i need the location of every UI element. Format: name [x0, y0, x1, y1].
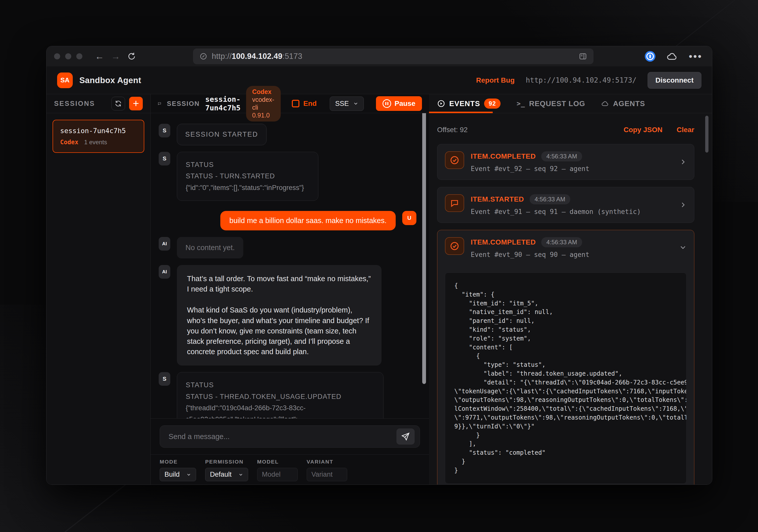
user-avatar: U	[402, 211, 416, 225]
event-summary: Event #evt_92 — seq 92 — agent	[471, 165, 673, 173]
report-bug-link[interactable]: Report Bug	[476, 76, 514, 84]
pause-icon	[383, 99, 391, 108]
sessions-sidebar: SESSIONS + session-7un4c7h5 Codex 1 even…	[47, 94, 151, 484]
end-checkbox-label[interactable]: End	[303, 100, 317, 108]
ai-message-bubble: That’s a tall order. To move fast and “m…	[177, 265, 382, 366]
session-header: SESSION session-7un4c7h5 Codex vcodex-cl…	[151, 94, 429, 113]
pause-button[interactable]: Pause	[376, 96, 422, 111]
message-input-placeholder: Send a message...	[168, 432, 396, 441]
permission-select[interactable]: Default	[205, 468, 248, 481]
session-label: SESSION	[167, 100, 200, 108]
session-started-box: SESSION STARTED	[177, 124, 266, 145]
transport-select[interactable]: SSE	[330, 96, 363, 111]
system-avatar: S	[159, 372, 170, 386]
send-icon	[401, 432, 410, 441]
play-circle-icon	[437, 100, 445, 108]
events-panel: EVENTS 92 >_ REQUEST LOG AGENTS Offse	[429, 94, 712, 484]
overflow-menu-icon[interactable]: •••	[689, 54, 703, 59]
browser-toolbar: ← → http://100.94.102.49:5173 •••	[47, 46, 712, 66]
address-bar[interactable]: http://100.94.102.49:5173	[193, 49, 594, 64]
back-button[interactable]: ←	[91, 52, 108, 61]
app-title: Sandbox Agent	[79, 76, 141, 85]
chevron-right-icon[interactable]	[679, 158, 686, 165]
event-card[interactable]: ITEM.STARTED 4:56:33 AM Event #evt_91 — …	[437, 187, 694, 223]
event-type: ITEM.COMPLETED	[471, 152, 536, 160]
event-time: 4:56:33 AM	[541, 151, 582, 161]
clear-button[interactable]: Clear	[677, 126, 694, 134]
site-link-icon	[200, 52, 207, 60]
send-button[interactable]	[396, 428, 415, 445]
status-token-usage-box: STATUS STATUS - THREAD.TOKEN_USAGE.UPDAT…	[177, 372, 384, 418]
chat-scrollbar[interactable]	[422, 113, 426, 384]
event-type: ITEM.STARTED	[471, 195, 524, 203]
terminal-icon: >_	[517, 100, 525, 107]
event-card-expanded[interactable]: ITEM.COMPLETED 4:56:33 AM Event #evt_90 …	[437, 230, 694, 484]
offset-label: Offset: 92	[437, 126, 468, 134]
chat-bubble-icon	[158, 100, 161, 108]
maximize-window-button[interactable]	[76, 53, 82, 59]
refresh-icon	[115, 100, 122, 107]
cloud-icon[interactable]	[667, 52, 678, 61]
reader-panel-icon[interactable]	[579, 52, 587, 60]
traffic-lights	[54, 53, 82, 59]
session-name: session-7un4c7h5	[60, 127, 137, 135]
session-controls: MODE Build PERMISSION Default MODEL Mode	[151, 454, 429, 484]
session-list-item[interactable]: session-7un4c7h5 Codex 1 events	[52, 120, 144, 153]
reload-button[interactable]	[124, 52, 139, 61]
ai-message-row: AI That’s a tall order. To move fast and…	[159, 265, 416, 366]
composer: Send a message...	[151, 418, 429, 454]
app-header: SA Sandbox Agent Report Bug http://100.9…	[47, 66, 712, 94]
session-id: session-7un4c7h5	[205, 95, 241, 112]
forward-button[interactable]: →	[108, 52, 124, 61]
ai-empty-message: No content yet.	[177, 237, 243, 258]
events-count-badge: 92	[484, 99, 500, 109]
chevron-down-icon	[353, 101, 359, 106]
url-text: http://100.94.102.49:5173	[212, 52, 302, 61]
minimize-window-button[interactable]	[65, 53, 71, 59]
message-input[interactable]: Send a message...	[160, 425, 420, 448]
end-checkbox[interactable]	[292, 100, 299, 107]
ai-avatar: AI	[159, 237, 170, 250]
status-message-row: S STATUS STATUS - TURN.STARTED {"id":"0"…	[159, 152, 416, 201]
tab-agents[interactable]: AGENTS	[601, 100, 645, 108]
chevron-right-icon[interactable]	[679, 201, 686, 208]
toolbar-right-icons: •••	[645, 51, 705, 62]
event-type: ITEM.COMPLETED	[471, 238, 536, 246]
check-circle-icon	[445, 237, 464, 255]
system-avatar: S	[159, 124, 170, 137]
close-window-button[interactable]	[54, 53, 60, 59]
tab-request-log[interactable]: >_ REQUEST LOG	[517, 100, 585, 108]
agents-cloud-icon	[601, 100, 609, 107]
ai-message-row: AI No content yet.	[159, 237, 416, 258]
onepassword-extension-icon[interactable]	[645, 51, 655, 62]
tab-events[interactable]: EVENTS 92	[437, 99, 500, 109]
permission-label: PERMISSION	[205, 459, 248, 465]
model-input[interactable]: Model	[257, 468, 298, 481]
disconnect-button[interactable]: Disconnect	[648, 72, 702, 89]
event-summary: Event #evt_91 — seq 91 — daemon (synthet…	[471, 208, 673, 216]
variant-label: VARIANT	[307, 459, 347, 465]
chevron-down-icon	[186, 472, 191, 477]
model-label: MODEL	[257, 459, 298, 465]
variant-input[interactable]: Variant	[307, 468, 347, 481]
session-events-count: 1 events	[84, 139, 107, 146]
mode-select[interactable]: Build	[160, 468, 196, 481]
events-scrollbar[interactable]	[705, 116, 708, 152]
session-agent: Codex	[60, 139, 78, 146]
event-time: 4:56:33 AM	[530, 194, 570, 204]
browser-window: ← → http://100.94.102.49:5173 •••	[46, 46, 712, 485]
system-avatar: S	[159, 152, 170, 165]
event-summary: Event #evt_90 — seq 90 — agent	[471, 251, 686, 258]
new-session-button[interactable]: +	[129, 97, 143, 110]
event-payload-json: { "item": { "item_id": "itm_5", "native_…	[445, 273, 686, 484]
chat-bubble-icon	[445, 194, 464, 212]
copy-json-button[interactable]: Copy JSON	[624, 126, 663, 134]
status-message-row: S STATUS STATUS - THREAD.TOKEN_USAGE.UPD…	[159, 372, 416, 418]
chevron-down-icon[interactable]	[679, 244, 686, 251]
refresh-sessions-button[interactable]	[112, 97, 125, 110]
server-url: http://100.94.102.49:5173/	[526, 76, 637, 84]
chat-panel: SESSION session-7un4c7h5 Codex vcodex-cl…	[151, 94, 429, 484]
ai-avatar: AI	[159, 265, 170, 279]
chevron-down-icon	[238, 472, 243, 477]
event-card[interactable]: ITEM.COMPLETED 4:56:33 AM Event #evt_92 …	[437, 144, 694, 180]
